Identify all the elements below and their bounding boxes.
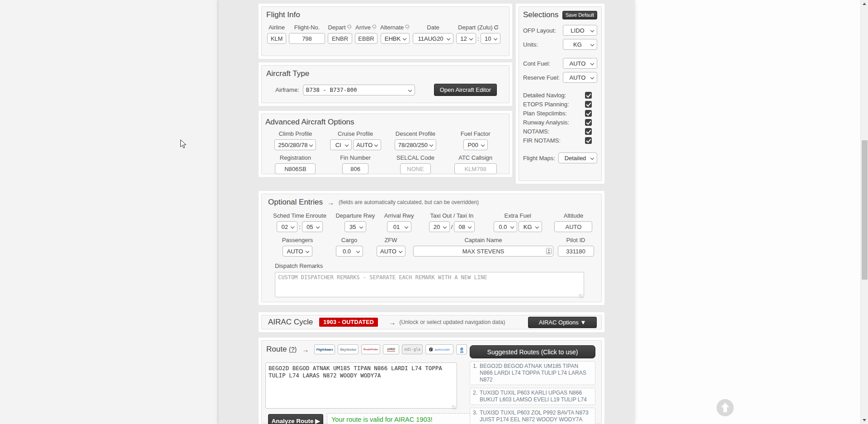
airframe-select[interactable]: B738 - B737-800: [303, 85, 415, 95]
runway-analysis-label: Runway Analysis:: [523, 119, 569, 126]
scrollbar-down-arrow-icon[interactable]: [863, 419, 866, 421]
cruise-ci-select[interactable]: CI: [330, 139, 352, 150]
zfw-label: ZFW: [384, 237, 397, 243]
flightaware-link-button[interactable]: FlightAware: [314, 344, 335, 354]
extra-fuel-select[interactable]: 0.0: [494, 221, 517, 232]
atc-callsign-group: ATC Callsign: [445, 154, 505, 174]
flight-maps-select[interactable]: Detailed: [558, 152, 597, 163]
suggested-routes-section: Suggested Routes (Click to use) 1. BEGO2…: [470, 345, 595, 424]
arrive-weather-icon[interactable]: [372, 24, 377, 30]
passengers-select[interactable]: AUTO: [283, 246, 312, 257]
extra-fuel-units-select[interactable]: KG: [519, 221, 542, 232]
suggested-route-1[interactable]: 1. BEGO2D BEGOD ATNAK UM185 TIPAN N866 L…: [470, 361, 595, 385]
page-scrollbar[interactable]: [860, 0, 868, 424]
descent-profile-select[interactable]: 78/280/250: [395, 139, 436, 150]
alternate-select[interactable]: EHBK: [381, 33, 410, 44]
scrollbar-thumb[interactable]: [862, 140, 868, 280]
atc-callsign-input[interactable]: [454, 163, 497, 174]
detailed-navlog-row: Detailed Navlog:: [523, 91, 597, 99]
altitude-input[interactable]: [554, 221, 592, 232]
airac-note: (Unlock or select updated navigation dat…: [399, 319, 505, 325]
flight-info-block: Flight Info Airline Flight-No. Depart Ar…: [259, 4, 512, 59]
taxi-in-select[interactable]: 08: [454, 221, 475, 232]
plan-stepclimbs-checkbox[interactable]: [585, 110, 592, 117]
zfw-group: ZFW AUTO: [372, 237, 410, 257]
cruise-profile-label: Cruise Profile: [338, 130, 373, 137]
taxi-out-select[interactable]: 20: [429, 221, 450, 232]
ofp-layout-select[interactable]: LIDO: [563, 25, 597, 36]
reserve-fuel-select[interactable]: AUTO: [563, 72, 597, 83]
departure-rwy-select[interactable]: 35: [344, 221, 366, 232]
alternate-weather-icon[interactable]: [405, 24, 410, 30]
cruise-mode-select[interactable]: AUTO: [353, 139, 381, 150]
autorouter-link-button[interactable]: autorouter: [425, 344, 453, 354]
arrive-input[interactable]: [355, 33, 377, 44]
zulu-hour-select[interactable]: 12: [456, 33, 476, 44]
flight-no-field-group: Flight-No.: [289, 24, 325, 44]
registration-label: Registration: [280, 154, 311, 161]
cont-fuel-select[interactable]: AUTO: [563, 58, 597, 69]
climb-profile-select[interactable]: 250/280/78: [274, 139, 316, 150]
pilot-id-input[interactable]: [558, 246, 594, 257]
fuel-factor-label: Fuel Factor: [461, 130, 491, 137]
units-row: Units: KG: [523, 39, 597, 50]
open-aircraft-editor-button[interactable]: Open Aircraft Editor: [434, 84, 497, 96]
units-select[interactable]: KG: [563, 39, 597, 50]
airac-options-button[interactable]: AIRAC Options ▼: [528, 317, 597, 328]
grd-link-button[interactable]: GRD: [383, 344, 399, 354]
fin-number-input[interactable]: [342, 163, 368, 174]
sched-minutes-select[interactable]: 05: [302, 221, 323, 232]
refresh-time-icon[interactable]: [494, 25, 499, 30]
route-panel: Route (?) → FlightAware SkyVector RouteF…: [261, 340, 602, 424]
optional-row-1: Sched Time Enroute 02 : 05 Departure Rwy…: [268, 212, 595, 232]
suggested-route-2[interactable]: 2. TUXI3D TUXIL P603 KARLI UPGAS N866 BU…: [470, 388, 595, 405]
airac-panel: AIRAC Cycle 1903 - OUTDATED → (Unlock or…: [261, 315, 602, 329]
suggested-routes-header-button[interactable]: Suggested Routes (Click to use): [470, 345, 595, 358]
arrival-rwy-select[interactable]: 01: [387, 221, 411, 232]
date-select[interactable]: 11AUG20: [413, 33, 453, 44]
taxi-label: Taxi Out / Taxi In: [430, 212, 473, 219]
depart-zulu-label: Depart (Zulu): [458, 24, 499, 31]
airline-label: Airline: [269, 24, 285, 31]
etops-planning-checkbox[interactable]: [585, 101, 592, 108]
aircraft-type-title: Aircraft Type: [266, 69, 505, 78]
scrollbar-up-arrow-icon[interactable]: [863, 3, 866, 5]
notams-checkbox[interactable]: [585, 128, 592, 135]
fuel-factor-select[interactable]: P00: [463, 139, 488, 150]
arrival-rwy-group: Arrival Rwy 01: [379, 212, 419, 232]
detailed-navlog-checkbox[interactable]: [585, 92, 592, 99]
save-default-button[interactable]: Save Default: [562, 11, 597, 19]
descent-profile-group: Descent Profile 78/280/250: [386, 130, 446, 150]
route-help-link[interactable]: (?): [289, 346, 297, 353]
route-textarea[interactable]: BEGO2D BEGOD ATNAK UM185 TIPAN N866 LARD…: [265, 362, 457, 409]
ofp-layout-label: OFP Layout:: [523, 27, 556, 34]
cargo-label: Cargo: [341, 237, 357, 243]
routefinder-link-button[interactable]: RouteFinder: [361, 344, 380, 354]
analyze-route-button[interactable]: Analyze Route ▶: [268, 414, 323, 424]
zfw-select[interactable]: AUTO: [377, 246, 406, 257]
airline-input[interactable]: [267, 33, 286, 44]
flight-no-input[interactable]: [289, 33, 325, 44]
cargo-select[interactable]: 0.0: [336, 246, 363, 257]
sched-hours-select[interactable]: 02: [277, 221, 297, 232]
depart-input[interactable]: [328, 33, 352, 44]
registration-input[interactable]: [275, 163, 316, 174]
arrive-label: Arrive: [355, 24, 377, 31]
fir-notams-checkbox[interactable]: [585, 137, 592, 144]
runway-analysis-checkbox[interactable]: [585, 119, 592, 126]
back-to-top-button[interactable]: [716, 399, 734, 417]
depart-weather-icon[interactable]: [347, 24, 352, 30]
selcal-group: SELCAL Code: [386, 154, 446, 174]
sched-time-label: Sched Time Enroute: [273, 212, 326, 219]
registration-group: Registration: [265, 154, 326, 174]
skyvector-link-button[interactable]: SkyVector: [338, 344, 359, 354]
edi-gla-link-button[interactable]: edi-gla: [402, 344, 423, 354]
page-left-margin: [0, 0, 218, 424]
captain-profile-icon[interactable]: [546, 248, 552, 254]
dispatch-remarks-textarea[interactable]: [275, 272, 584, 297]
selcal-input[interactable]: [400, 163, 431, 174]
captain-name-input[interactable]: [413, 246, 553, 257]
suggested-route-3[interactable]: 3. TUXI3D TUXIL P603 ZOL P992 BAVTA N873…: [470, 408, 595, 424]
zulu-minute-select[interactable]: 10: [481, 33, 500, 44]
eurocontrol-link-button[interactable]: e: [456, 344, 467, 354]
